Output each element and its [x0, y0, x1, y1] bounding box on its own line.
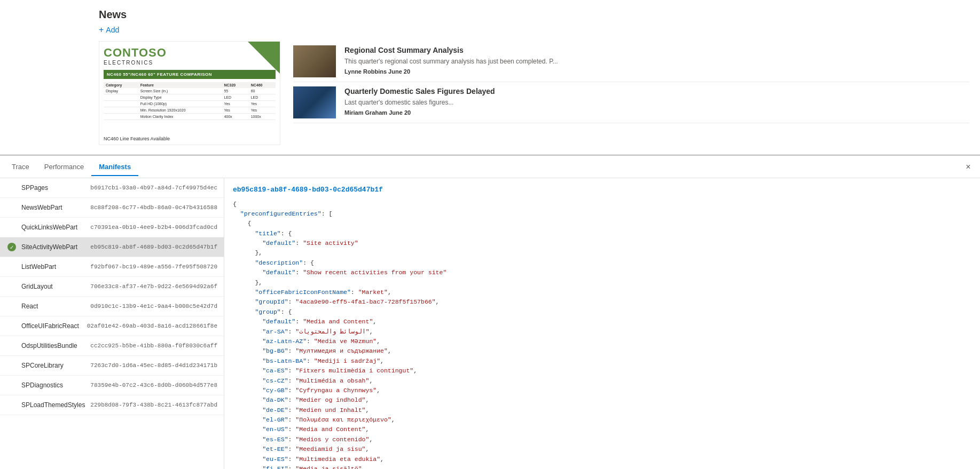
- plus-icon: +: [99, 25, 104, 35]
- list-item-listwebpart[interactable]: ListWebPart f92bf067-bc19-489e-a556-7fe9…: [0, 257, 224, 277]
- tab-performance[interactable]: Performance: [37, 157, 91, 176]
- row-name-listwebpart: ListWebPart: [21, 263, 86, 271]
- card-bottom-label: NC460 Line Features Available: [104, 136, 170, 141]
- thumb-image-1: [293, 45, 336, 77]
- news-item-1[interactable]: Regional Cost Summary Analysis This quar…: [293, 41, 969, 82]
- code-header-id: eb95c819-ab8f-4689-bd03-0c2d65d47b1f: [233, 185, 971, 195]
- row-hash-gridlayout: 706e33c8-af37-4e7b-9d22-6e5694d92a6f: [90, 283, 217, 290]
- row-icon-spcorelibrary: [6, 360, 17, 371]
- manifest-list: SPPages b6917cb1-93a0-4b97-a84d-7cf49975…: [0, 178, 224, 469]
- row-name-quicklinkswebpart: QuickLinksWebPart: [21, 224, 86, 231]
- news-excerpt-2: Last quarter's domestic sales figures...: [344, 98, 969, 107]
- news-content-area: CONTOSO ELECTRONICS NC460 55"/NC460 60" …: [99, 41, 969, 145]
- list-item-officeuifabricreact[interactable]: OfficeUIFabricReact 02af01e42-69ab-403d-…: [0, 316, 224, 336]
- row-hash-officeuifabricreact: 02af01e42-69ab-403d-8a16-acd128661f8e: [87, 323, 217, 329]
- table-row: Full HD (1080p)YesYes: [104, 101, 276, 107]
- add-news-button[interactable]: + Add: [99, 25, 969, 35]
- row-hash-react: 0d910c1c-13b9-4e1c-9aa4-b008c5e42d7d: [90, 303, 217, 309]
- row-icon-spdiagnostics: [6, 380, 17, 391]
- table-row: Motion Clarity Index400x1000x: [104, 114, 276, 120]
- news-title: News: [99, 9, 969, 21]
- news-headline-1: Regional Cost Summary Analysis: [344, 45, 969, 55]
- row-hash-quicklinkswebpart: c70391ea-0b10-4ee9-b2b4-006d3fcad0cd: [90, 224, 217, 230]
- row-icon-sppages: [6, 182, 17, 193]
- table-row: Min. Resolution 1920x1020YesYes: [104, 107, 276, 114]
- news-headline-2: Quarterly Domestic Sales Figures Delayed: [344, 86, 969, 96]
- check-icon: ✓: [7, 243, 16, 251]
- row-name-newswebpart: NewsWebPart: [21, 204, 86, 211]
- table-row: Display TypeLEDLED: [104, 94, 276, 101]
- news-meta-2: Miriam Graham June 20: [344, 109, 969, 116]
- list-item-spcorelibrary[interactable]: SPCoreLibrary 7263c7d0-1d6a-45ec-8d85-d4…: [0, 356, 224, 376]
- col-header-feature: Feature: [138, 82, 222, 88]
- list-item-gridlayout[interactable]: GridLayout 706e33c8-af37-4e7b-9d22-6e569…: [0, 277, 224, 297]
- row-name-sppages: SPPages: [21, 184, 86, 192]
- row-hash-spdiagnostics: 78359e4b-07c2-43c6-8d0b-d060b4d577e8: [90, 382, 217, 388]
- tab-bar: Trace Performance Manifests ×: [0, 156, 980, 178]
- list-item-react[interactable]: React 0d910c1c-13b9-4e1c-9aa4-b008c5e42d…: [0, 297, 224, 316]
- news-excerpt-1: This quarter's regional cost summary ana…: [344, 57, 969, 66]
- row-name-sploadthemedstyles: SPLoadThemedStyles: [21, 401, 86, 409]
- tab-trace[interactable]: Trace: [4, 157, 37, 176]
- close-button[interactable]: ×: [961, 160, 976, 174]
- col-header-category: Category: [104, 82, 138, 88]
- list-item-siteactivitywebpart[interactable]: ✓ SiteActivityWebPart eb95c819-ab8f-4689…: [0, 237, 224, 257]
- news-thumb-2: [293, 86, 336, 118]
- row-hash-siteactivitywebpart: eb95c819-ab8f-4689-bd03-0c2d65d47b1f: [90, 244, 217, 250]
- row-hash-newswebpart: 8c88f208-6c77-4bdb-86a0-0c47b4316588: [90, 204, 217, 211]
- tab-manifests[interactable]: Manifests: [91, 157, 138, 176]
- list-item-newswebpart[interactable]: NewsWebPart 8c88f208-6c77-4bdb-86a0-0c47…: [0, 198, 224, 218]
- panel-content: SPPages b6917cb1-93a0-4b97-a84d-7cf49975…: [0, 178, 980, 469]
- row-name-gridlayout: GridLayout: [21, 283, 86, 290]
- row-icon-officeuifabricreact: [6, 321, 17, 331]
- row-icon-listwebpart: [6, 261, 17, 272]
- row-name-spdiagnostics: SPDiagnostics: [21, 381, 86, 389]
- row-name-odspbundle: OdspUtilitiesBundle: [21, 342, 86, 349]
- list-item-quicklinkswebpart[interactable]: QuickLinksWebPart c70391ea-0b10-4ee9-b2b…: [0, 218, 224, 237]
- row-hash-sppages: b6917cb1-93a0-4b97-a84d-7cf49975d4ec: [90, 185, 217, 191]
- row-name-react: React: [21, 303, 86, 310]
- row-icon-quicklinkswebpart: [6, 222, 17, 233]
- news-author-2: Miriam Graham: [344, 109, 387, 116]
- news-meta-1: Lynne Robbins June 20: [344, 68, 969, 75]
- row-icon-sploadthemedstyles: [6, 400, 17, 410]
- feature-table: Category Feature NC320 NC460 DisplayScre…: [104, 82, 276, 120]
- featured-news-card[interactable]: CONTOSO ELECTRONICS NC460 55"/NC460 60" …: [99, 41, 280, 145]
- row-name-spcorelibrary: SPCoreLibrary: [21, 362, 86, 369]
- code-body: { "preconfiguredEntries": [ { "title": {…: [233, 200, 971, 470]
- news-info-2: Quarterly Domestic Sales Figures Delayed…: [344, 86, 969, 116]
- devtools-panel: Trace Performance Manifests × SPPages b6…: [0, 155, 980, 469]
- code-view: eb95c819-ab8f-4689-bd03-0c2d65d47b1f { "…: [224, 178, 980, 469]
- list-item-odspbundle[interactable]: OdspUtilitiesBundle cc2cc925-b5be-41bb-8…: [0, 336, 224, 356]
- news-item-2[interactable]: Quarterly Domestic Sales Figures Delayed…: [293, 82, 969, 123]
- row-icon-newswebpart: [6, 202, 17, 213]
- row-icon-react: [6, 301, 17, 312]
- row-hash-spcorelibrary: 7263c7d0-1d6a-45ec-8d85-d4d1d234171b: [90, 362, 217, 369]
- list-item-spdiagnostics[interactable]: SPDiagnostics 78359e4b-07c2-43c6-8d0b-d0…: [0, 376, 224, 395]
- news-date-2: June 20: [389, 109, 411, 116]
- thumb-image-2: [293, 86, 336, 118]
- row-hash-odspbundle: cc2cc925-b5be-41bb-880a-f0f8030c6aff: [90, 343, 217, 349]
- row-hash-sploadthemedstyles: 229b8d08-79f3-438b-8c21-4613fc877abd: [90, 402, 217, 408]
- news-date-1: June 20: [388, 68, 410, 75]
- news-list: Regional Cost Summary Analysis This quar…: [293, 41, 969, 145]
- row-hash-listwebpart: f92bf067-bc19-489e-a556-7fe95f508720: [90, 264, 217, 270]
- add-label: Add: [106, 26, 119, 34]
- row-icon-siteactivitywebpart: ✓: [6, 242, 17, 252]
- news-section: News + Add CONTOSO ELECTRONICS NC460 55"…: [0, 0, 980, 155]
- decorative-triangle: [248, 42, 280, 74]
- col-header-nc320: NC320: [222, 82, 248, 88]
- col-header-nc460: NC460: [249, 82, 276, 88]
- news-author-1: Lynne Robbins: [344, 68, 387, 75]
- list-item-sppages[interactable]: SPPages b6917cb1-93a0-4b97-a84d-7cf49975…: [0, 178, 224, 198]
- list-item-sploademedstyles[interactable]: SPLoadThemedStyles 229b8d08-79f3-438b-8c…: [0, 395, 224, 415]
- row-icon-gridlayout: [6, 281, 17, 292]
- news-thumb-1: [293, 45, 336, 77]
- table-row: DisplayScreen Size (in.)5560: [104, 88, 276, 94]
- row-name-officeuifabricreact: OfficeUIFabricReact: [21, 322, 83, 330]
- news-info-1: Regional Cost Summary Analysis This quar…: [344, 45, 969, 75]
- row-name-siteactivitywebpart: SiteActivityWebPart: [21, 243, 86, 251]
- row-icon-odspbundle: [6, 340, 17, 351]
